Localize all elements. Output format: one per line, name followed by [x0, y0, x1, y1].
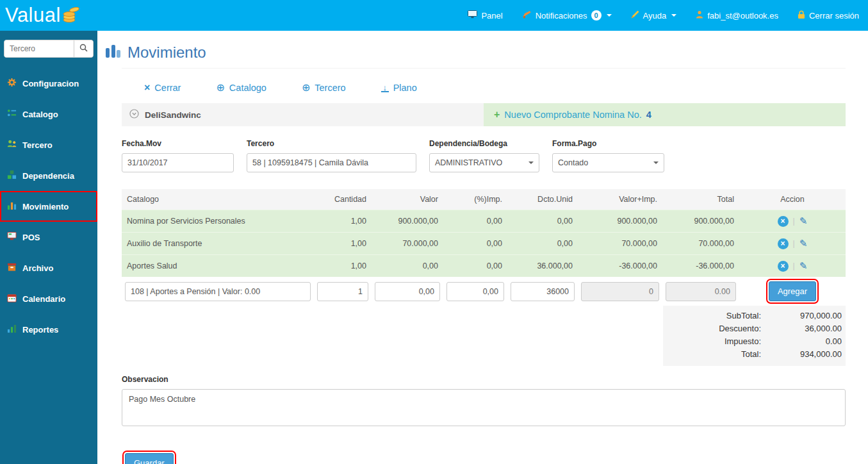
sidebar-item-label: POS	[22, 233, 40, 242]
cell-catalogo: Aportes Salud	[122, 255, 314, 278]
megaphone-icon	[522, 10, 532, 21]
delete-row-icon[interactable]: ×	[778, 238, 789, 249]
entry-catalogo-input[interactable]	[125, 282, 311, 301]
tercero-link[interactable]: ⊕ Tercero	[302, 83, 346, 93]
topnav-cerrar-sesion-label: Cerrar sesión	[809, 11, 859, 21]
delete-row-icon[interactable]: ×	[778, 216, 789, 227]
catalogo-link[interactable]: ⊕ Catalogo	[216, 83, 266, 93]
dependencia-label: Dependencia/Bodega	[429, 139, 539, 148]
cerrar-label: Cerrar	[154, 83, 181, 93]
list-icon	[7, 108, 17, 120]
sidebar-item-configuracion[interactable]: Configuracion	[0, 68, 97, 99]
sidebar-item-calendario[interactable]: Calendario	[0, 283, 97, 314]
cell-valorimp: -36.000,00	[578, 255, 662, 278]
sidebar-item-label: Tercero	[22, 140, 53, 150]
entry-cantidad-input[interactable]	[317, 282, 368, 301]
sidebar-item-dependencia[interactable]: Dependencia	[0, 160, 97, 191]
movimiento-form: Fecha.Mov Tercero Dependencia/Bodega ADM…	[122, 139, 846, 172]
fecha-field-group: Fecha.Mov	[122, 139, 234, 172]
sidebar-item-label: Archivo	[22, 263, 53, 273]
separator: |	[793, 261, 795, 270]
sidebar-item-reportes[interactable]: Reportes	[0, 314, 97, 345]
topnav-user-label: fabi_st@outlook.es	[707, 11, 778, 21]
collapse-circle-icon	[129, 109, 139, 120]
new-comprobante-label: Nuevo Comprobante Nomina No.	[504, 110, 641, 120]
fecha-input[interactable]	[122, 153, 234, 172]
topbar: Valual Panel Notificaciones 0	[0, 0, 868, 31]
user-icon	[696, 10, 703, 21]
edit-row-icon[interactable]: ✎	[799, 215, 808, 227]
entry-dcto-input[interactable]	[511, 282, 575, 301]
content-panel: × Cerrar ⊕ Catalogo ⊕ Tercero ↓ Plano	[122, 68, 846, 464]
plano-link[interactable]: ↓ Plano	[381, 83, 417, 93]
brand-logo[interactable]: Valual	[5, 4, 120, 27]
topnav-user[interactable]: fabi_st@outlook.es	[696, 10, 778, 21]
toolbar: × Cerrar ⊕ Catalogo ⊕ Tercero ↓ Plano	[122, 79, 846, 103]
entry-imp-input[interactable]	[446, 282, 504, 301]
plano-label: Plano	[393, 83, 417, 93]
sidebar-item-label: Reportes	[22, 325, 58, 335]
entry-valorimp-input	[581, 282, 659, 301]
dependencia-select[interactable]: ADMINISTRATIVO	[429, 153, 539, 172]
company-header[interactable]: DeliSandwinc	[122, 103, 484, 126]
table-row: Auxilio de Transporte 1,00 70.000,00 0,0…	[122, 233, 846, 255]
cell-cantidad: 1,00	[314, 210, 372, 233]
table-header-row: Catalogo Cantidad Valor (%)Imp. Dcto.Uni…	[122, 189, 846, 210]
forma-pago-field-group: Forma.Pago Contado	[552, 139, 664, 172]
cell-dcto: 0,00	[507, 210, 578, 233]
col-header-cantidad: Cantidad	[314, 189, 372, 210]
total-value: 934,000.00	[761, 348, 844, 361]
brand-text: Valual	[5, 4, 61, 27]
close-icon: ×	[144, 83, 150, 92]
entry-valor-input[interactable]	[375, 282, 440, 301]
descuento-label: Descuento:	[663, 322, 761, 335]
calendar-icon	[7, 293, 17, 304]
sidebar-item-catalogo[interactable]: Catalogo	[0, 99, 97, 129]
download-icon: ↓	[381, 84, 389, 92]
search-input[interactable]	[4, 40, 74, 57]
coins-icon	[62, 4, 80, 26]
search-button[interactable]	[74, 40, 93, 57]
panel-monitor-icon	[468, 10, 477, 21]
total-label: Total:	[663, 348, 761, 361]
items-table: Catalogo Cantidad Valor (%)Imp. Dcto.Uni…	[122, 189, 846, 306]
col-header-dcto: Dcto.Unid	[507, 189, 578, 210]
catalogo-label: Catalogo	[229, 83, 266, 93]
tercero-field-group: Tercero	[247, 139, 416, 172]
guardar-button[interactable]: Guardar	[125, 453, 174, 464]
sidebar-item-movimiento[interactable]: Movimiento	[0, 191, 97, 222]
topnav-cerrar-sesion[interactable]: Cerrar sesión	[798, 10, 859, 21]
observacion-group: Observacion Pago Mes Octubre	[122, 375, 846, 429]
topnav-ayuda[interactable]: Ayuda	[631, 10, 677, 21]
delete-row-icon[interactable]: ×	[778, 261, 789, 272]
forma-pago-select[interactable]: Contado	[552, 153, 664, 172]
descuento-value: 36,000.00	[761, 322, 844, 335]
cell-valor: 900.000,00	[372, 210, 443, 233]
sidebar-item-tercero[interactable]: Tercero	[0, 129, 97, 160]
movimiento-page-icon	[105, 44, 121, 61]
main-content: Movimiento × Cerrar ⊕ Catalogo ⊕ Tercero…	[97, 31, 868, 464]
sidebar-item-archivo[interactable]: Archivo	[0, 253, 97, 283]
observacion-textarea[interactable]: Pago Mes Octubre	[122, 389, 846, 426]
topnav-notificaciones[interactable]: Notificaciones 0	[522, 10, 612, 21]
chevron-down-icon	[528, 162, 534, 164]
tercero-input[interactable]	[247, 153, 416, 172]
cell-dcto: 36.000,00	[507, 255, 578, 278]
notification-badge: 0	[591, 10, 602, 21]
new-comprobante-banner[interactable]: + Nuevo Comprobante Nomina No. 4	[484, 103, 846, 126]
agregar-button[interactable]: Agregar	[769, 281, 816, 301]
tercero-label: Tercero	[247, 139, 416, 148]
edit-row-icon[interactable]: ✎	[799, 260, 808, 272]
cell-catalogo: Nomina por Servicios Personales	[122, 210, 314, 233]
subtotal-label: SubTotal:	[663, 310, 761, 322]
cerrar-link[interactable]: × Cerrar	[144, 83, 181, 93]
cell-valor: 0,00	[372, 255, 443, 278]
sidebar-item-label: Dependencia	[22, 171, 74, 181]
dependencia-selected-value: ADMINISTRATIVO	[435, 158, 502, 167]
edit-row-icon[interactable]: ✎	[799, 238, 808, 249]
sidebar-item-pos[interactable]: POS	[0, 222, 97, 253]
dependencia-field-group: Dependencia/Bodega ADMINISTRATIVO	[429, 139, 539, 172]
archive-box-icon	[7, 262, 17, 274]
col-header-catalogo: Catalogo	[122, 189, 314, 210]
topnav-panel[interactable]: Panel	[468, 10, 502, 21]
